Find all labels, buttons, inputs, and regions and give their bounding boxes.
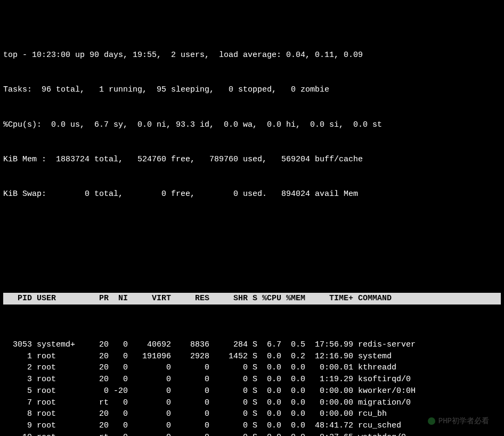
col-res: RES xyxy=(171,293,209,305)
cell-pid: 3053 xyxy=(3,339,32,351)
cell-mem: 0.5 xyxy=(281,339,305,351)
cell-time: 1:19.29 xyxy=(305,374,353,385)
table-row: 10rootrt0000S0.00.00:27.65watchdog/0 xyxy=(3,432,501,436)
cell-mem: 0.0 xyxy=(281,362,305,374)
cell-time: 0:00.00 xyxy=(305,397,353,409)
cell-s: S xyxy=(248,339,257,351)
cell-res: 0 xyxy=(171,397,209,409)
cell-user: root xyxy=(32,385,80,397)
top-summary: top - 10:23:00 up 90 days, 19:55, 2 user… xyxy=(3,27,501,224)
cell-s: S xyxy=(248,385,257,397)
cell-res: 0 xyxy=(171,420,209,432)
cell-virt: 40692 xyxy=(128,339,171,351)
cell-ni: 0 xyxy=(109,432,128,436)
cell-virt: 0 xyxy=(128,408,171,420)
summary-line: %Cpu(s): 0.0 us, 6.7 sy, 0.0 ni, 93.3 id… xyxy=(3,119,501,131)
cell-shr: 0 xyxy=(209,420,248,432)
col-user: USER xyxy=(32,293,80,305)
process-table-body: 3053systemd+200406928836284S6.70.517:56.… xyxy=(3,339,501,436)
cell-res: 8836 xyxy=(171,339,209,351)
col-shr: SHR xyxy=(209,293,248,305)
cell-cpu: 0.0 xyxy=(257,351,281,363)
cell-res: 0 xyxy=(171,374,209,385)
col-ni: NI xyxy=(109,293,128,305)
summary-line: Tasks: 96 total, 1 running, 95 sleeping,… xyxy=(3,84,501,96)
cell-pr: 20 xyxy=(80,362,109,374)
cell-pr: rt xyxy=(80,397,109,409)
cell-pr: 20 xyxy=(80,374,109,385)
cell-cmd: migration/0 xyxy=(353,397,501,409)
cell-s: S xyxy=(248,351,257,363)
cell-pid: 2 xyxy=(3,362,32,374)
cell-time: 0:00.01 xyxy=(305,362,353,374)
cell-mem: 0.0 xyxy=(281,420,305,432)
cell-ni: 0 xyxy=(109,362,128,374)
summary-line: top - 10:23:00 up 90 days, 19:55, 2 user… xyxy=(3,50,501,61)
cell-shr: 0 xyxy=(209,397,248,409)
table-row: 5root0-20000S0.00.00:00.00kworker/0:0H xyxy=(3,385,501,397)
cell-pid: 5 xyxy=(3,385,32,397)
cell-shr: 0 xyxy=(209,432,248,436)
cell-mem: 0.0 xyxy=(281,432,305,436)
cell-res: 0 xyxy=(171,408,209,420)
cell-pid: 8 xyxy=(3,408,32,420)
cell-virt: 0 xyxy=(128,385,171,397)
cell-virt: 0 xyxy=(128,362,171,374)
cell-cmd: watchdog/0 xyxy=(353,432,501,436)
process-table-header: PID USER PR NI VIRT RES SHR S %CPU %MEM … xyxy=(3,293,501,305)
table-row: 9root200000S0.00.048:41.72rcu_sched xyxy=(3,420,501,432)
table-row: 3root200000S0.00.01:19.29ksoftirqd/0 xyxy=(3,374,501,385)
cell-pr: 20 xyxy=(80,339,109,351)
cell-pid: 7 xyxy=(3,397,32,409)
cell-virt: 0 xyxy=(128,432,171,436)
cell-time: 0:27.65 xyxy=(305,432,353,436)
cell-pr: 20 xyxy=(80,408,109,420)
cell-ni: 0 xyxy=(109,420,128,432)
blank-line xyxy=(3,246,501,258)
cell-s: S xyxy=(248,374,257,385)
cell-s: S xyxy=(248,408,257,420)
cell-shr: 0 xyxy=(209,408,248,420)
col-mem: %MEM xyxy=(281,293,305,305)
cell-cmd: rcu_sched xyxy=(353,420,501,432)
cell-pid: 3 xyxy=(3,374,32,385)
cell-ni: 0 xyxy=(109,339,128,351)
cell-user: root xyxy=(32,432,80,436)
cell-ni: 0 xyxy=(109,397,128,409)
cell-shr: 0 xyxy=(209,374,248,385)
cell-shr: 1452 xyxy=(209,351,248,363)
cell-res: 0 xyxy=(171,385,209,397)
cell-time: 12:16.90 xyxy=(305,351,353,363)
cell-time: 0:00.00 xyxy=(305,408,353,420)
cell-cpu: 6.7 xyxy=(257,339,281,351)
cell-s: S xyxy=(248,420,257,432)
cell-user: root xyxy=(32,420,80,432)
cell-pr: rt xyxy=(80,432,109,436)
table-row: 8root200000S0.00.00:00.00rcu_bh xyxy=(3,408,501,420)
cell-user: root xyxy=(32,362,80,374)
table-row: 1root20019109629281452S0.00.212:16.90sys… xyxy=(3,351,501,363)
cell-res: 2928 xyxy=(171,351,209,363)
cell-s: S xyxy=(248,397,257,409)
cell-time: 0:00.00 xyxy=(305,385,353,397)
cell-user: root xyxy=(32,351,80,363)
col-command: COMMAND xyxy=(353,293,501,305)
cell-user: root xyxy=(32,374,80,385)
cell-shr: 0 xyxy=(209,385,248,397)
cell-pr: 20 xyxy=(80,420,109,432)
cell-virt: 191096 xyxy=(128,351,171,363)
cell-cpu: 0.0 xyxy=(257,397,281,409)
cell-pr: 0 xyxy=(80,385,109,397)
cell-cmd: kthreadd xyxy=(353,362,501,374)
cell-time: 48:41.72 xyxy=(305,420,353,432)
cell-mem: 0.2 xyxy=(281,351,305,363)
col-cpu: %CPU xyxy=(257,293,281,305)
cell-cpu: 0.0 xyxy=(257,374,281,385)
cell-cpu: 0.0 xyxy=(257,420,281,432)
col-s: S xyxy=(248,293,257,305)
table-row: 7rootrt0000S0.00.00:00.00migration/0 xyxy=(3,397,501,409)
table-row: 2root200000S0.00.00:00.01kthreadd xyxy=(3,362,501,374)
terminal[interactable]: top - 10:23:00 up 90 days, 19:55, 2 user… xyxy=(0,0,504,436)
cell-cpu: 0.0 xyxy=(257,385,281,397)
cell-cpu: 0.0 xyxy=(257,362,281,374)
